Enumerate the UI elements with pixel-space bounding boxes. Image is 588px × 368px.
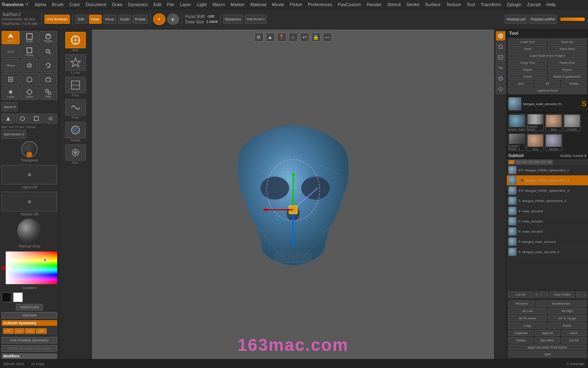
menu-item-alpha[interactable]: Alpha (33, 2, 47, 7)
rename-btn[interactable]: Rename (508, 301, 535, 307)
save-next-btn[interactable]: Save Next (548, 46, 586, 52)
thumb-dog2[interactable]: Dog (527, 134, 544, 151)
menu-item-zplugin[interactable]: Zplugin (506, 2, 523, 7)
folder-down-btn[interactable]: ↓ (544, 292, 548, 298)
color-picker-dot[interactable] (43, 258, 47, 262)
menu-item-help[interactable]: Help (545, 2, 557, 7)
del-all-btn[interactable]: Del All (561, 337, 586, 343)
save-btn[interactable]: Save (508, 46, 547, 52)
vp-solo-btn[interactable] (496, 84, 506, 94)
move-tool[interactable]: Move (2, 31, 20, 44)
transform-menu[interactable]: Transform ↺ (2, 2, 29, 7)
menu-item-color[interactable]: Color (68, 2, 81, 7)
thumb-skull[interactable]: Merged_male_z (508, 114, 526, 131)
vis-v7[interactable]: V7 (540, 160, 546, 164)
local-tool[interactable]: Local (2, 87, 20, 100)
export-btn[interactable]: Export (548, 67, 586, 73)
append-btn[interactable]: Append (535, 330, 560, 336)
quick-tool[interactable]: Quick (20, 87, 38, 100)
threed2-tool[interactable] (20, 73, 38, 86)
live-boolean-btn[interactable]: Live Boolean (45, 15, 70, 24)
misc-tool-4[interactable] (44, 114, 58, 123)
folder-add-btn[interactable]: + (535, 292, 539, 298)
misc-tool-1[interactable] (2, 114, 15, 123)
subtool-item-1[interactable]: Merged_PM3D_Sphere3D4_3 (507, 175, 588, 186)
subtool-item-3[interactable]: Merged_PM3D_Sphere3D4_3 (507, 196, 588, 206)
goz-visible-btn[interactable]: Visible (561, 81, 586, 87)
vis-v8[interactable]: V8 (546, 160, 552, 164)
menu-item-surface[interactable]: Surface (424, 2, 442, 7)
home-icon[interactable]: ⌂ (289, 33, 298, 42)
vis-v4[interactable]: V4 (521, 160, 527, 164)
vis-v5[interactable]: V5 (528, 160, 534, 164)
symmetry-section[interactable]: Activate Symmetry (2, 320, 57, 326)
paste-btn2[interactable]: Paste (548, 323, 586, 329)
sym-y-btn[interactable]: +Y< (14, 328, 24, 334)
poly-tool[interactable]: Poly (39, 87, 57, 100)
lightbox-btn[interactable]: Lightbox/Tools (508, 88, 586, 94)
alpha-preview-box[interactable]: ▣ (2, 165, 57, 184)
delete-posable-btn[interactable]: Delete Posable Symmetry (2, 345, 57, 352)
copy-tool-btn[interactable]: Copy Tool (508, 60, 547, 66)
new-folder-btn[interactable]: New Folder (550, 292, 575, 298)
menu-item-texture[interactable]: Texture (445, 2, 462, 7)
menu-item-transform[interactable]: Transform (479, 2, 502, 7)
clone-btn[interactable]: Clone (508, 74, 547, 80)
vp-perp-btn[interactable] (496, 52, 506, 62)
sym-z-btn[interactable]: +Z< (25, 328, 35, 334)
orange-slider[interactable] (560, 18, 585, 21)
zosub-tool[interactable] (2, 73, 20, 86)
sym-x-btn[interactable]: +X< (3, 328, 13, 334)
vis-v3[interactable]: V3 (515, 160, 521, 164)
thumb-dog[interactable]: Dog (545, 114, 562, 131)
goz-btn[interactable]: GoZ (508, 81, 534, 87)
scale-tool[interactable]: Scale (20, 31, 38, 44)
rotate-tool[interactable]: Rotate (39, 31, 57, 44)
round-brush-btn[interactable]: ● (153, 13, 165, 25)
vis-v6[interactable]: V6 (534, 160, 540, 164)
replay-last-rel-btn[interactable]: ReplayLastRel (529, 15, 557, 24)
flat-brush-btn[interactable]: ◐ (167, 13, 179, 25)
adjust-last-btn[interactable]: AdjustLast 1 (245, 15, 267, 24)
use-posable-btn[interactable]: Use Posable Symmetry (2, 337, 57, 343)
load-tools-btn[interactable]: Load Tools From Project (508, 53, 586, 59)
black-swatch[interactable] (2, 292, 11, 302)
switch-color-btn[interactable]: SwitchColor (16, 304, 43, 310)
scale-btn[interactable]: Scale (118, 15, 131, 24)
sym-m-btn[interactable]: >M< (36, 328, 47, 334)
white-swatch[interactable] (13, 292, 23, 302)
all-to-target-btn[interactable]: All To Target (548, 315, 586, 321)
texture-preview-box[interactable]: ▣ (2, 192, 57, 211)
save-as-btn[interactable]: Save As (548, 39, 586, 45)
perp-icon[interactable] (65, 77, 86, 93)
menu-item-layer[interactable]: Layer (179, 2, 193, 7)
all-low-btn[interactable]: All Low (508, 308, 547, 314)
folder2-add-btn[interactable]: → (576, 292, 582, 298)
menu-item-movie[interactable]: Movie (271, 2, 285, 7)
import-btn[interactable]: Import (508, 67, 547, 73)
subtool-item-7[interactable]: Merged_male_zbrush4 (507, 237, 588, 247)
menu-item-render[interactable]: Render (365, 2, 383, 7)
search-tool[interactable] (39, 45, 57, 58)
dynamics-btn[interactable]: Dynamics (223, 15, 243, 24)
misc-tool-3[interactable] (30, 114, 43, 123)
rotas-tool[interactable] (39, 73, 57, 86)
paste-else-btn[interactable]: Paste Else (548, 60, 586, 66)
list-all-btn[interactable]: List All (508, 292, 533, 298)
menu-item-brush[interactable]: Brush (51, 2, 65, 7)
del-other-btn[interactable]: Del Other (535, 337, 560, 343)
split-screen-btn[interactable]: Split Screen 0 (2, 130, 26, 139)
all-to-home-btn[interactable]: All To Home (508, 315, 547, 321)
menu-item-pavcustom[interactable]: PavCustom (336, 2, 362, 7)
flow-icon[interactable] (65, 99, 86, 116)
vp-lfav-btn[interactable] (496, 42, 506, 52)
thumb-cube[interactable]: Cube3C PM3D_1 (508, 134, 526, 151)
menu-item-tool[interactable]: Tool (466, 2, 476, 7)
frame-tool[interactable]: Frame (20, 45, 38, 58)
menu-item-light[interactable]: Light (196, 2, 208, 7)
lock-icon[interactable]: 🔒 (312, 33, 321, 42)
subtool-item-8[interactable]: Merged_male_zbrush5_2 (507, 247, 588, 257)
modifiers-section[interactable]: Modifiers (2, 353, 57, 359)
settings-icon[interactable]: ⚙ (254, 33, 263, 42)
subtool-item-4[interactable]: male_zbrush3 (507, 206, 588, 216)
